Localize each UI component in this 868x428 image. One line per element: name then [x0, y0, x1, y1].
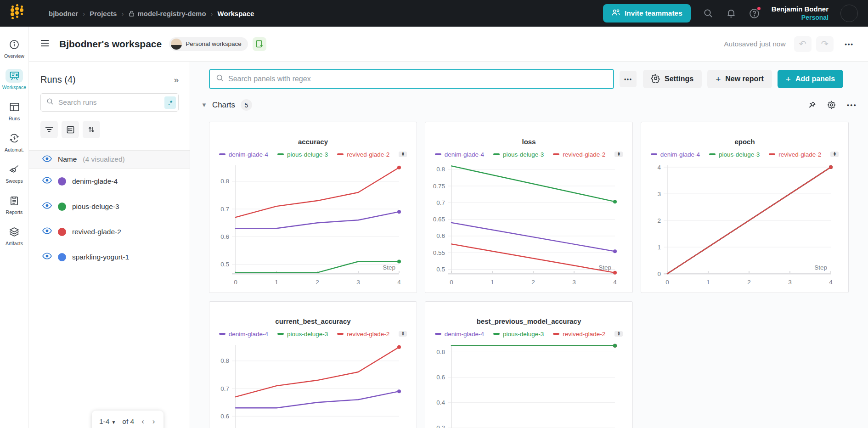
legend-dash — [337, 153, 344, 155]
legend-item[interactable]: pious-deluge-3 — [709, 151, 760, 158]
wandb-logo-icon[interactable] — [10, 5, 26, 22]
section-more-icon[interactable]: ●●● — [847, 103, 857, 107]
legend-item[interactable]: revived-glade-2 — [769, 151, 821, 158]
filter-runs-button[interactable] — [40, 121, 58, 138]
prev-page-icon[interactable]: ‹ — [141, 417, 145, 426]
legend-sort-icon[interactable]: ▲▼ — [399, 152, 407, 157]
legend-item[interactable]: denim-glade-4 — [651, 151, 700, 158]
page-range-select[interactable]: 1-4▼ — [99, 417, 116, 426]
sidebar-item-sweeps[interactable]: Sweeps — [0, 163, 28, 184]
run-color-dot — [58, 177, 66, 186]
top-navbar: bjbodner › Projects › model-registry-dem… — [0, 0, 868, 27]
next-page-icon[interactable]: › — [152, 417, 156, 426]
legend-item[interactable]: pious-deluge-3 — [277, 151, 328, 158]
chart-panel-loss[interactable]: lossdenim-glade-4pious-deluge-3revived-g… — [425, 122, 633, 293]
svg-text:3: 3 — [657, 191, 661, 197]
legend-item[interactable]: pious-deluge-3 — [277, 331, 328, 338]
charts-section-title: Charts — [212, 101, 235, 110]
svg-text:0.75: 0.75 — [433, 183, 445, 190]
group-runs-button[interactable] — [62, 121, 79, 138]
legend-item[interactable]: revived-glade-2 — [337, 151, 389, 158]
notification-dot — [756, 6, 761, 11]
add-panels-button[interactable]: + Add panels — [778, 70, 843, 88]
run-row[interactable]: sparkling-yogurt-1 — [29, 244, 190, 270]
eye-icon[interactable] — [42, 227, 52, 236]
search-options-button[interactable]: ●●● — [620, 71, 637, 87]
search-icon[interactable] — [703, 8, 714, 19]
pin-section-icon[interactable] — [808, 101, 816, 109]
breadcrumb-user[interactable]: bjbodner — [49, 10, 78, 17]
notifications-bell-icon[interactable] — [726, 8, 737, 19]
sidebar-item-reports[interactable]: Reports — [0, 194, 28, 215]
header-more-icon[interactable]: ●●● — [845, 42, 853, 46]
workspace-title: Bjbodner's workspace — [59, 39, 162, 50]
settings-button[interactable]: Settings — [643, 70, 702, 88]
sidebar-item-overview[interactable]: Overview — [0, 38, 28, 59]
chevron-down-icon[interactable]: ▼ — [201, 101, 207, 108]
chart-panel-best_previous_model_accuracy[interactable]: best_previous_model_accuracydenim-glade-… — [425, 301, 633, 428]
legend-item[interactable]: revived-glade-2 — [553, 151, 605, 158]
left-rail: OverviewWorkspaceRunsAutomat.SweepsRepor… — [0, 27, 29, 428]
user-menu[interactable]: Benjamin Bodner Personal — [772, 5, 829, 22]
help-icon[interactable] — [749, 8, 760, 19]
chart-panel-epoch[interactable]: epochdenim-glade-4pious-deluge-3revived-… — [641, 122, 849, 293]
breadcrumb-projects[interactable]: Projects — [90, 10, 117, 17]
section-settings-gear-icon[interactable] — [827, 101, 836, 109]
sidebar-item-label: Reports — [6, 209, 23, 215]
legend-item[interactable]: pious-deluge-3 — [493, 331, 544, 338]
legend-sort-icon[interactable]: ▲▼ — [614, 331, 623, 337]
menu-hamburger-icon[interactable] — [40, 39, 49, 49]
legend-dash — [219, 153, 225, 155]
eye-icon[interactable] — [42, 202, 52, 211]
sidebar-item-workspace[interactable]: Workspace — [0, 69, 28, 90]
legend-item[interactable]: revived-glade-2 — [553, 331, 605, 338]
sort-runs-button[interactable] — [83, 121, 100, 138]
new-workspace-icon[interactable] — [253, 37, 266, 51]
chart-title: current_best_accuracy — [209, 317, 417, 325]
sidebar-item-artifacts[interactable]: Artifacts — [0, 225, 28, 246]
runs-panel-title: Runs (4) — [40, 74, 76, 85]
eye-icon[interactable] — [42, 177, 52, 186]
sidebar-item-runs[interactable]: Runs — [0, 100, 28, 121]
legend-sort-icon[interactable]: ▲▼ — [399, 331, 407, 337]
regex-toggle[interactable]: .* — [164, 96, 176, 109]
sidebar-item-label: Sweeps — [6, 178, 23, 184]
chart-panel-current_best_accuracy[interactable]: current_best_accuracydenim-glade-4pious-… — [209, 301, 417, 428]
legend-sort-icon[interactable]: ▲▼ — [614, 152, 623, 157]
run-row[interactable]: pious-deluge-3 — [29, 194, 190, 219]
legend-item[interactable]: denim-glade-4 — [435, 331, 484, 338]
eye-icon[interactable] — [42, 155, 52, 164]
legend-label: denim-glade-4 — [229, 331, 268, 338]
user-avatar[interactable] — [840, 5, 858, 22]
legend-dash — [493, 153, 500, 155]
svg-text:0.7: 0.7 — [220, 385, 229, 392]
gear-icon — [651, 74, 660, 84]
undo-button[interactable]: ↶ — [794, 36, 812, 52]
runs-search-input[interactable] — [58, 98, 160, 107]
collapse-panel-icon[interactable]: » — [174, 75, 179, 85]
workspace-scope-pill[interactable]: Personal workspace — [169, 37, 248, 51]
chart-panel-accuracy[interactable]: accuracydenim-glade-4pious-deluge-3reviv… — [209, 122, 417, 293]
legend-item[interactable]: revived-glade-2 — [337, 331, 389, 338]
legend-item[interactable]: denim-glade-4 — [435, 151, 484, 158]
runs-list-header[interactable]: Name (4 visualized) — [29, 150, 190, 169]
invite-teammates-button[interactable]: Invite teammates — [603, 4, 691, 23]
run-row[interactable]: denim-glade-4 — [29, 169, 190, 194]
legend-sort-icon[interactable]: ▲▼ — [830, 152, 839, 157]
eye-icon[interactable] — [42, 253, 52, 261]
sidebar-item-automat[interactable]: Automat. — [0, 131, 28, 152]
redo-button[interactable]: ↷ — [816, 36, 834, 52]
svg-text:2: 2 — [316, 279, 319, 286]
run-row[interactable]: revived-glade-2 — [29, 219, 190, 244]
breadcrumb-workspace[interactable]: Workspace — [218, 10, 254, 17]
legend-item[interactable]: denim-glade-4 — [219, 331, 268, 338]
panel-search-input[interactable] — [228, 75, 608, 83]
legend-dash — [553, 333, 559, 335]
new-report-button[interactable]: + New report — [707, 70, 772, 88]
legend-item[interactable]: denim-glade-4 — [219, 151, 268, 158]
sidebar-item-label: Artifacts — [6, 241, 23, 246]
breadcrumb-project[interactable]: model-registry-demo — [128, 10, 206, 17]
board-icon — [6, 69, 23, 83]
svg-text:4: 4 — [397, 279, 401, 286]
legend-item[interactable]: pious-deluge-3 — [493, 151, 544, 158]
